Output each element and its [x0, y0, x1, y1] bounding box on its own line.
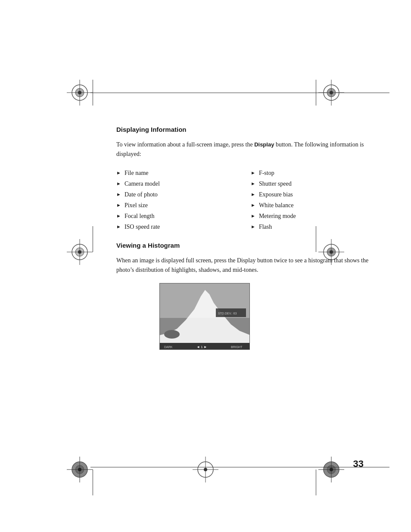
- section-title-histogram: Viewing a Histogram: [116, 241, 377, 251]
- bullet-arrow-icon: ►: [251, 212, 255, 220]
- bullet-arrow-icon: ►: [251, 191, 255, 198]
- bullet-col-right: ► F-stop ► Shutter speed ► Exposure bias…: [251, 168, 377, 232]
- intro-keyword: Display: [254, 141, 274, 148]
- border-line-left-bot: [93, 470, 93, 495]
- bullet-arrow-icon: ►: [116, 191, 121, 198]
- bullet-col-left: ► File name ► Camera model ► Date of pho…: [116, 168, 242, 232]
- bullet-text: Camera model: [125, 179, 160, 188]
- list-item: ► File name: [116, 168, 242, 178]
- intro-paragraph: To view information about a full-screen …: [116, 140, 377, 159]
- bullet-text: Date of photo: [125, 190, 158, 199]
- bullet-arrow-icon: ►: [116, 180, 121, 187]
- section-viewing-histogram: Viewing a Histogram When an image is dis…: [116, 241, 377, 349]
- bullet-arrow-icon: ►: [251, 169, 255, 177]
- crosshair-top-right: [318, 80, 344, 106]
- crosshair-bottom-right: [318, 457, 344, 482]
- svg-text:STD.DEV.: 63: STD.DEV.: 63: [218, 312, 237, 315]
- list-item: ► Flash: [251, 221, 377, 232]
- bullet-arrow-icon: ►: [251, 202, 255, 209]
- border-line-right-top: [316, 80, 316, 106]
- bullet-text: File name: [125, 168, 149, 177]
- bullet-text: White balance: [259, 201, 293, 210]
- histogram-text-before: When an image is displayed full screen, …: [116, 257, 235, 264]
- svg-text:◄ 1 ►: ◄ 1 ►: [196, 345, 207, 349]
- bullet-arrow-icon: ►: [116, 202, 121, 209]
- histogram-paragraph: When an image is displayed full screen, …: [116, 256, 377, 275]
- svg-point-29: [330, 468, 333, 471]
- list-item: ► F-stop: [251, 168, 377, 178]
- histogram-image: STD.DEV.: 63 DARK ◄ 1 ► BRIGHT: [159, 283, 250, 350]
- border-line-left-top: [93, 80, 93, 106]
- bullet-text: Focal length: [125, 212, 155, 221]
- list-item: ► Date of photo: [116, 189, 242, 200]
- bullet-arrow-icon: ►: [116, 223, 121, 230]
- list-item: ► ISO speed rate: [116, 221, 242, 232]
- bullet-text: Metering mode: [259, 212, 296, 221]
- crosshair-bottom-left: [67, 457, 93, 482]
- svg-point-37: [164, 330, 180, 339]
- svg-text:DARK: DARK: [164, 345, 173, 348]
- intro-text-before: To view information about a full-screen …: [116, 141, 253, 148]
- border-line-top: [90, 93, 389, 93]
- bullet-arrow-icon: ►: [116, 169, 121, 177]
- list-item: ► Camera model: [116, 178, 242, 189]
- bullet-text: F-stop: [259, 168, 274, 177]
- bullet-table: ► File name ► Camera model ► Date of pho…: [116, 168, 377, 232]
- crosshair-top-left: [67, 80, 93, 106]
- svg-point-33: [204, 468, 207, 471]
- section-title-displaying: Displaying Information: [116, 125, 377, 135]
- bullet-arrow-icon: ►: [116, 212, 121, 220]
- list-item: ► Focal length: [116, 211, 242, 221]
- bullet-text: Exposure bias: [259, 190, 293, 199]
- list-item: ► Pixel size: [116, 200, 242, 211]
- svg-point-24: [78, 468, 81, 471]
- crosshair-mid-left: [67, 239, 93, 265]
- border-line-bottom: [90, 467, 389, 467]
- list-item: ► Exposure bias: [251, 189, 377, 200]
- list-item: ► Metering mode: [251, 211, 377, 221]
- bullet-arrow-icon: ►: [251, 223, 255, 230]
- list-item: ► White balance: [251, 200, 377, 211]
- bullet-arrow-icon: ►: [251, 180, 255, 187]
- histogram-image-container: STD.DEV.: 63 DARK ◄ 1 ► BRIGHT: [159, 283, 377, 350]
- border-line-right-bot: [316, 470, 316, 495]
- section-displaying-information: Displaying Information To view informati…: [116, 125, 377, 232]
- bullet-text: Pixel size: [125, 201, 148, 210]
- histogram-keyword: Display: [237, 257, 256, 264]
- svg-point-14: [78, 250, 81, 254]
- page-number: 33: [353, 458, 364, 470]
- bullet-text: Shutter speed: [259, 179, 292, 188]
- svg-point-9: [330, 91, 333, 94]
- svg-text:BRIGHT: BRIGHT: [231, 345, 243, 348]
- bullet-text: ISO speed rate: [125, 222, 160, 231]
- border-line-left-mid: [93, 226, 93, 252]
- page: Displaying Information To view informati…: [0, 0, 411, 532]
- crosshair-bottom-mid: [193, 457, 218, 482]
- list-item: ► Shutter speed: [251, 178, 377, 189]
- bullet-text: Flash: [259, 222, 272, 231]
- main-content: Displaying Information To view informati…: [116, 125, 377, 350]
- svg-point-4: [78, 91, 81, 94]
